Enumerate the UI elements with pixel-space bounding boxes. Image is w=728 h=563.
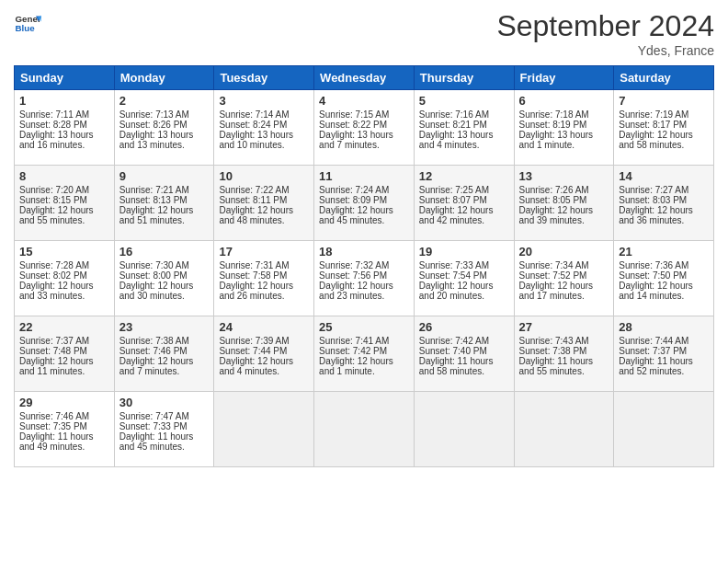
cell-line: and 4 minutes.: [219, 366, 309, 376]
calendar-week-row: 15Sunrise: 7:28 AMSunset: 8:02 PMDayligh…: [15, 241, 714, 316]
day-number: 6: [519, 94, 609, 108]
cell-line: and 1 minute.: [519, 140, 609, 150]
cell-line: and 33 minutes.: [19, 291, 109, 301]
cell-line: Sunset: 7:38 PM: [519, 346, 609, 356]
calendar-cell: 22Sunrise: 7:37 AMSunset: 7:48 PMDayligh…: [15, 316, 115, 392]
day-number: 7: [619, 94, 709, 108]
cell-line: and 39 minutes.: [519, 215, 609, 225]
cell-line: and 45 minutes.: [319, 215, 409, 225]
day-number: 18: [319, 245, 409, 259]
cell-line: Daylight: 12 hours: [119, 205, 210, 215]
calendar-cell: [214, 392, 314, 467]
cell-line: Sunrise: 7:32 AM: [319, 260, 409, 270]
cell-line: Sunrise: 7:31 AM: [219, 260, 309, 270]
weekday-header: Friday: [514, 66, 614, 90]
cell-line: Daylight: 12 hours: [119, 281, 210, 291]
cell-line: and 11 minutes.: [19, 366, 109, 376]
day-number: 24: [219, 320, 309, 334]
weekday-header: Monday: [114, 66, 214, 90]
cell-line: and 36 minutes.: [619, 215, 709, 225]
calendar-cell: [314, 392, 415, 467]
calendar-cell: 6Sunrise: 7:18 AMSunset: 8:19 PMDaylight…: [514, 90, 614, 166]
cell-line: Sunset: 7:33 PM: [119, 421, 210, 431]
cell-line: Sunset: 8:21 PM: [419, 120, 509, 130]
day-number: 23: [119, 320, 210, 334]
cell-line: Daylight: 13 hours: [319, 130, 409, 140]
calendar-cell: 28Sunrise: 7:44 AMSunset: 7:37 PMDayligh…: [614, 316, 714, 392]
cell-line: Sunset: 7:54 PM: [419, 270, 509, 281]
cell-line: Daylight: 12 hours: [219, 356, 309, 366]
day-number: 11: [319, 169, 409, 183]
cell-line: Daylight: 11 hours: [519, 356, 609, 366]
calendar-cell: 2Sunrise: 7:13 AMSunset: 8:26 PMDaylight…: [114, 90, 214, 166]
cell-line: and 48 minutes.: [219, 215, 309, 225]
cell-line: Daylight: 12 hours: [219, 281, 309, 291]
cell-line: Daylight: 13 hours: [119, 130, 210, 140]
cell-line: and 26 minutes.: [219, 291, 309, 301]
cell-line: Sunset: 8:22 PM: [319, 120, 409, 130]
calendar-cell: 19Sunrise: 7:33 AMSunset: 7:54 PMDayligh…: [414, 241, 514, 316]
weekday-header: Thursday: [414, 66, 514, 90]
calendar-week-row: 22Sunrise: 7:37 AMSunset: 7:48 PMDayligh…: [15, 316, 714, 392]
cell-line: Sunset: 8:03 PM: [619, 195, 709, 205]
day-number: 10: [219, 169, 309, 183]
cell-line: and 55 minutes.: [19, 215, 109, 225]
day-number: 16: [119, 245, 210, 259]
cell-line: Sunset: 7:52 PM: [519, 270, 609, 281]
calendar-cell: 8Sunrise: 7:20 AMSunset: 8:15 PMDaylight…: [15, 166, 115, 241]
cell-line: Sunset: 7:37 PM: [619, 346, 709, 356]
cell-line: Sunrise: 7:27 AM: [619, 185, 709, 195]
cell-line: Sunset: 7:50 PM: [619, 270, 709, 281]
cell-line: Sunrise: 7:13 AM: [119, 109, 210, 120]
cell-line: and 13 minutes.: [119, 140, 210, 150]
cell-line: and 7 minutes.: [119, 366, 210, 376]
calendar-cell: 10Sunrise: 7:22 AMSunset: 8:11 PMDayligh…: [214, 166, 314, 241]
cell-line: and 42 minutes.: [419, 215, 509, 225]
day-number: 4: [319, 94, 409, 108]
cell-line: Sunset: 7:58 PM: [219, 270, 309, 281]
calendar-cell: 13Sunrise: 7:26 AMSunset: 8:05 PMDayligh…: [514, 166, 614, 241]
cell-line: Sunrise: 7:25 AM: [419, 185, 509, 195]
calendar-header-row: SundayMondayTuesdayWednesdayThursdayFrid…: [15, 66, 714, 90]
cell-line: Daylight: 12 hours: [619, 130, 709, 140]
calendar-cell: 11Sunrise: 7:24 AMSunset: 8:09 PMDayligh…: [314, 166, 415, 241]
cell-line: Sunrise: 7:37 AM: [19, 336, 109, 346]
calendar-week-row: 8Sunrise: 7:20 AMSunset: 8:15 PMDaylight…: [15, 166, 714, 241]
cell-line: and 16 minutes.: [19, 140, 109, 150]
cell-line: Sunrise: 7:47 AM: [119, 411, 210, 421]
cell-line: Sunset: 7:40 PM: [419, 346, 509, 356]
cell-line: and 52 minutes.: [619, 366, 709, 376]
day-number: 28: [619, 320, 709, 334]
calendar-week-row: 29Sunrise: 7:46 AMSunset: 7:35 PMDayligh…: [15, 392, 714, 467]
calendar-cell: 21Sunrise: 7:36 AMSunset: 7:50 PMDayligh…: [614, 241, 714, 316]
cell-line: Daylight: 13 hours: [219, 130, 309, 140]
calendar-cell: 26Sunrise: 7:42 AMSunset: 7:40 PMDayligh…: [414, 316, 514, 392]
calendar-cell: 7Sunrise: 7:19 AMSunset: 8:17 PMDaylight…: [614, 90, 714, 166]
cell-line: and 45 minutes.: [119, 442, 210, 452]
cell-line: Daylight: 12 hours: [319, 356, 409, 366]
cell-line: Daylight: 12 hours: [519, 205, 609, 215]
cell-line: and 20 minutes.: [419, 291, 509, 301]
cell-line: Daylight: 12 hours: [19, 356, 109, 366]
cell-line: Daylight: 13 hours: [419, 130, 509, 140]
calendar-table: SundayMondayTuesdayWednesdayThursdayFrid…: [14, 65, 714, 467]
day-number: 5: [419, 94, 509, 108]
cell-line: Sunrise: 7:41 AM: [319, 336, 409, 346]
logo: General Blue: [14, 9, 41, 37]
cell-line: Sunset: 8:26 PM: [119, 120, 210, 130]
day-number: 19: [419, 245, 509, 259]
svg-text:Blue: Blue: [16, 23, 36, 33]
main-container: General Blue September 2024 Ydes, France…: [0, 0, 728, 477]
day-number: 1: [19, 94, 109, 108]
day-number: 9: [119, 169, 210, 183]
day-number: 13: [519, 169, 609, 183]
cell-line: Daylight: 11 hours: [119, 431, 210, 442]
logo-icon: General Blue: [14, 9, 41, 37]
cell-line: Sunset: 7:46 PM: [119, 346, 210, 356]
cell-line: Daylight: 13 hours: [519, 130, 609, 140]
cell-line: Sunrise: 7:19 AM: [619, 109, 709, 120]
cell-line: Sunrise: 7:42 AM: [419, 336, 509, 346]
cell-line: Sunset: 7:48 PM: [19, 346, 109, 356]
cell-line: Daylight: 13 hours: [19, 130, 109, 140]
cell-line: Sunset: 7:56 PM: [319, 270, 409, 281]
